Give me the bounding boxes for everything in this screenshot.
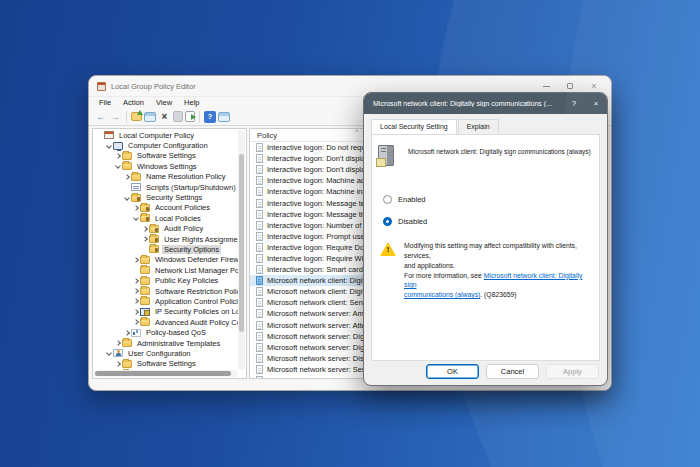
chevron-collapsed-icon[interactable] <box>141 237 149 241</box>
folder-icon <box>140 256 150 264</box>
folder-icon <box>122 360 132 368</box>
chevron-collapsed-icon[interactable] <box>132 258 140 262</box>
tree-item[interactable]: Account Policies <box>94 203 238 213</box>
tree-item[interactable]: Security Options <box>94 244 238 254</box>
chevron-expanded-icon[interactable] <box>132 216 140 220</box>
tree-item[interactable]: Policy-based QoS <box>94 327 238 337</box>
tree-horizontal-scrollbar[interactable] <box>94 370 237 377</box>
policy-info-link[interactable]: communications (always) <box>404 291 480 298</box>
chevron-expanded-icon[interactable] <box>105 144 113 148</box>
tree-item[interactable]: User Configuration <box>94 348 238 358</box>
script-icon <box>131 183 141 191</box>
security-folder-icon <box>149 235 159 243</box>
menu-action[interactable]: Action <box>117 98 150 107</box>
window-controls: × <box>541 80 605 92</box>
policy-doc-icon <box>256 265 263 274</box>
delete-icon[interactable]: × <box>158 110 171 123</box>
menu-help[interactable]: Help <box>178 98 205 107</box>
console-icon[interactable] <box>144 112 156 122</box>
tree-item[interactable]: Name Resolution Policy <box>94 172 238 182</box>
tree-item[interactable]: Advanced Audit Policy Configu <box>94 317 238 327</box>
tree-item[interactable]: Administrative Templates <box>94 338 238 348</box>
disabled-label: Disabled <box>398 217 427 226</box>
computer-icon <box>113 142 123 150</box>
chevron-collapsed-icon[interactable] <box>132 289 140 293</box>
tree-item-label: Network List Manager Policies <box>153 266 238 275</box>
chevron-collapsed-icon[interactable] <box>114 154 122 158</box>
tree-item[interactable]: Application Control Policies <box>94 296 238 306</box>
tree-item-label: Windows Defender Firewall wi <box>153 255 238 264</box>
folder-icon <box>122 152 132 160</box>
enabled-option[interactable]: Enabled <box>383 195 599 204</box>
dialog-help-button[interactable]: ? <box>563 93 585 114</box>
tree-item[interactable]: Network List Manager Policies <box>94 265 238 275</box>
scrollbar-thumb[interactable] <box>239 154 244 332</box>
tree-item[interactable]: Software Settings <box>94 359 238 369</box>
menu-file[interactable]: File <box>93 98 117 107</box>
policy-doc-icon <box>256 343 263 352</box>
tree-item-label: Administrative Templates <box>135 339 222 348</box>
apply-button[interactable]: Apply <box>546 364 599 379</box>
chevron-collapsed-icon[interactable] <box>123 331 131 335</box>
tree-item-label: Application Control Policies <box>153 297 238 306</box>
chevron-collapsed-icon[interactable] <box>132 310 140 314</box>
dialog-close-button[interactable]: × <box>585 93 607 114</box>
chevron-collapsed-icon[interactable] <box>132 279 140 283</box>
chevron-collapsed-icon[interactable] <box>132 206 140 210</box>
chevron-collapsed-icon[interactable] <box>132 320 140 324</box>
tree-vertical-scrollbar[interactable] <box>238 130 245 369</box>
tree-item[interactable]: Public Key Policies <box>94 275 238 285</box>
user-icon <box>113 349 123 357</box>
enabled-radio[interactable] <box>383 195 392 204</box>
help-icon[interactable]: ? <box>204 111 216 123</box>
tree-item[interactable]: Scripts (Startup/Shutdown) <box>94 182 238 192</box>
tree-item[interactable]: Security Settings <box>94 192 238 202</box>
disabled-option[interactable]: Disabled <box>383 217 599 226</box>
back-icon[interactable]: ← <box>94 110 107 123</box>
chevron-collapsed-icon[interactable] <box>132 299 140 303</box>
folder-icon <box>140 277 150 285</box>
folder-icon <box>140 287 150 295</box>
chevron-collapsed-icon[interactable] <box>114 362 122 366</box>
chevron-expanded-icon[interactable] <box>123 196 131 200</box>
tree-item[interactable]: User Rights Assignment <box>94 234 238 244</box>
warning-line4-suffix: . (Q823659) <box>480 291 516 298</box>
chevron-expanded-icon[interactable] <box>105 351 113 355</box>
menu-view[interactable]: View <box>150 98 178 107</box>
console-icon[interactable] <box>218 112 230 122</box>
security-folder-icon <box>140 214 150 222</box>
tree-item[interactable]: Local Computer Policy <box>94 130 238 140</box>
tab-local-security-setting[interactable]: Local Security Setting <box>371 119 457 134</box>
chevron-collapsed-icon[interactable] <box>123 175 131 179</box>
tab-explain[interactable]: Explain <box>458 119 499 133</box>
tree-item[interactable]: Software Restriction Policies <box>94 286 238 296</box>
tree-item[interactable]: Software Settings <box>94 151 238 161</box>
security-folder-icon <box>149 225 159 233</box>
compatibility-warning: ! Modifying this setting may affect comp… <box>380 241 591 300</box>
export-icon[interactable] <box>185 111 195 122</box>
tree-item[interactable]: IP Security Policies on Local Co <box>94 307 238 317</box>
tree-item[interactable]: Computer Configuration <box>94 140 238 150</box>
policy-doc-icon <box>256 354 263 363</box>
minimize-button[interactable] <box>541 80 551 92</box>
properties-icon[interactable] <box>173 111 183 122</box>
forward-icon[interactable]: → <box>109 110 122 123</box>
policy-doc-icon <box>256 254 263 263</box>
tree-item[interactable]: Windows Settings <box>94 161 238 171</box>
cancel-button[interactable]: Cancel <box>486 364 539 379</box>
close-button[interactable]: × <box>589 80 599 92</box>
show-tree-icon[interactable] <box>131 112 142 121</box>
disabled-radio[interactable] <box>383 217 392 226</box>
tree-item-label: Security Settings <box>144 193 204 202</box>
chevron-collapsed-icon[interactable] <box>141 227 149 231</box>
maximize-button[interactable] <box>565 80 575 92</box>
chevron-expanded-icon[interactable] <box>114 164 122 168</box>
tree-item-label: Software Settings <box>135 359 198 368</box>
scrollbar-thumb[interactable] <box>95 371 231 376</box>
policy-doc-icon <box>256 376 263 379</box>
tree-item[interactable]: Windows Defender Firewall wi <box>94 255 238 265</box>
tree-item[interactable]: Local Policies <box>94 213 238 223</box>
ok-button[interactable]: OK <box>426 364 479 379</box>
tree-item[interactable]: Audit Policy <box>94 224 238 234</box>
chevron-collapsed-icon[interactable] <box>114 341 122 345</box>
